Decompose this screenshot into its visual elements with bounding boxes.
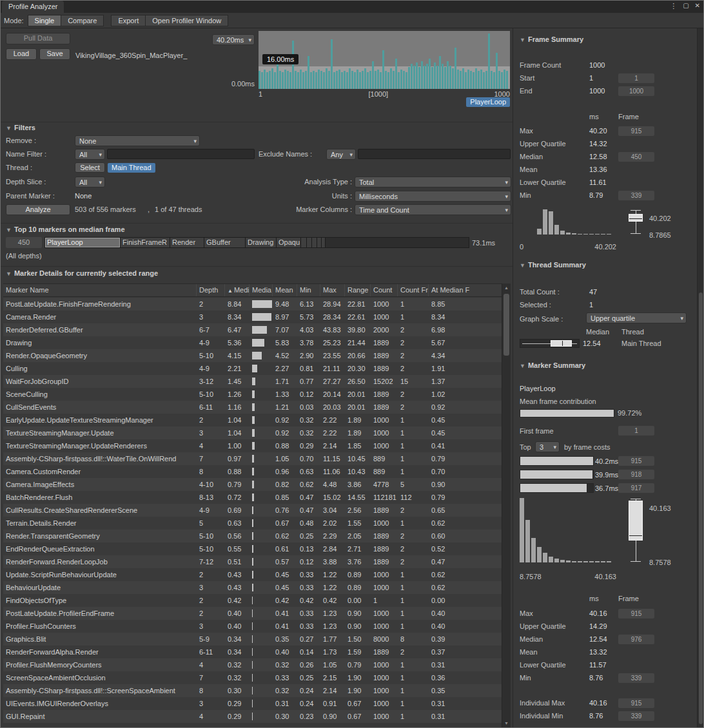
column-header[interactable]: Max: [320, 284, 345, 296]
frame-index-badge[interactable]: 915: [618, 456, 654, 466]
table-row[interactable]: SceneCulling5-101.261.330.1220.1420.0118…: [3, 388, 502, 401]
table-row[interactable]: EarlyUpdate.UpdateTextureStreamingManage…: [3, 414, 502, 426]
table-row[interactable]: Camera.Render38.348.975.7328.3422.611000…: [3, 311, 502, 323]
thread-summary-header[interactable]: ▼Thread Summary: [520, 261, 586, 269]
scrollbar-thumb[interactable]: [504, 294, 509, 356]
exclude-names-input[interactable]: [358, 149, 511, 159]
maximize-icon[interactable]: ▢: [683, 2, 689, 10]
table-row[interactable]: RenderDeferred.GBuffer6-76.477.074.0343.…: [3, 323, 502, 336]
thread-select-button[interactable]: Select: [75, 162, 105, 173]
exclude-mode-dropdown[interactable]: Any ▾: [326, 149, 356, 160]
column-header[interactable]: Marker Name: [3, 284, 197, 296]
column-header[interactable]: Media: [249, 284, 273, 296]
table-row[interactable]: UIEvents.IMGUIRenderOverlays30.290.310.2…: [3, 697, 502, 710]
table-row[interactable]: FindObjectsOfType20.420.420.420.420.0011…: [3, 594, 502, 607]
top10-segment[interactable]: [312, 238, 317, 247]
depth-slice-dropdown[interactable]: All ▾: [75, 177, 105, 187]
tab-profile-analyzer[interactable]: Profile Analyzer: [2, 1, 64, 13]
table-row[interactable]: BehaviourUpdate30.430.450.331.220.891000…: [3, 581, 502, 594]
scrollbar-thumb[interactable]: [699, 292, 703, 724]
column-header[interactable]: Range: [345, 284, 371, 296]
thread-name[interactable]: Main Thread: [621, 338, 661, 349]
column-header[interactable]: Depth: [197, 284, 225, 296]
units-dropdown[interactable]: Milliseconds ▾: [355, 191, 511, 202]
table-row[interactable]: Camera.CustomRender80.880.960.6311.0610.…: [3, 465, 502, 478]
frame-index-badge[interactable]: 917: [618, 483, 654, 493]
column-header[interactable]: At Median F: [429, 284, 502, 296]
column-header[interactable]: Mean: [273, 284, 297, 296]
scroll-down-icon[interactable]: ▼: [502, 721, 511, 726]
table-row[interactable]: Drawing4-95.365.833.7825.2321.44188925.6…: [3, 336, 502, 349]
filters-section-header[interactable]: ▼Filters: [6, 124, 35, 131]
thread-graph-scale-dropdown[interactable]: Upper quartile ▾: [586, 312, 687, 323]
marker-table-scrollbar[interactable]: ▲ ▼: [502, 283, 511, 728]
table-row[interactable]: PostLateUpdate.ProfilerEndFrame20.400.41…: [3, 607, 502, 620]
top10-segment[interactable]: Opaqu: [277, 238, 301, 247]
frame-index-badge[interactable]: 976: [618, 635, 654, 644]
table-row[interactable]: Culling4-92.212.270.8121.1120.30188921.9…: [3, 362, 502, 375]
table-row[interactable]: BatchRenderer.Flush8-130.720.850.4715.02…: [3, 491, 502, 504]
load-button[interactable]: Load: [6, 48, 37, 60]
table-row[interactable]: Render.OpaqueGeometry5-104.154.522.9023.…: [3, 349, 502, 362]
mode-compare-button[interactable]: Compare: [61, 15, 104, 26]
table-row[interactable]: CullResults.CreateSharedRendererScene4-9…: [3, 504, 502, 517]
table-row[interactable]: RenderForwardAlpha.Render6-110.340.400.1…: [3, 646, 502, 658]
selected-marker-chip[interactable]: PlayerLoop: [466, 97, 510, 107]
remove-dropdown[interactable]: None ▾: [75, 135, 200, 146]
table-row[interactable]: EndRenderQueueExtraction5-100.550.610.13…: [3, 542, 502, 555]
top10-segment[interactable]: [322, 238, 326, 247]
pull-data-button[interactable]: Pull Data: [6, 33, 70, 44]
scroll-up-icon[interactable]: ▲: [502, 285, 511, 291]
top10-section-header[interactable]: ▼Top 10 markers on median frame: [6, 225, 125, 233]
table-row[interactable]: ScreenSpaceAmbientOcclusion70.320.330.25…: [3, 671, 502, 684]
frame-index-badge[interactable]: 915: [618, 698, 654, 708]
frame-summary-header[interactable]: ▼Frame Summary: [520, 35, 583, 43]
table-row[interactable]: Profiler.FlushMemoryCounters40.320.320.2…: [3, 658, 502, 671]
table-row[interactable]: PostLateUpdate.FinishFrameRendering28.84…: [3, 298, 502, 311]
median-frame-badge[interactable]: 450: [6, 237, 42, 248]
column-header[interactable]: ▲Media: [225, 284, 249, 296]
top10-segment[interactable]: FinishFrameR: [121, 238, 170, 247]
top10-segment[interactable]: [301, 238, 307, 247]
table-row[interactable]: TextureStreamingManager.Update31.040.920…: [3, 426, 502, 439]
column-header[interactable]: Count Fra: [398, 284, 429, 296]
frame-index-badge[interactable]: 339: [618, 191, 654, 200]
table-row[interactable]: Terrain.Details.Render50.630.670.482.021…: [3, 517, 502, 530]
table-row[interactable]: Profiler.FlushCounters30.400.410.331.230…: [3, 620, 502, 633]
frame-index-badge[interactable]: 339: [618, 673, 654, 683]
frame-index-badge[interactable]: 1: [618, 426, 654, 436]
top10-segment[interactable]: [307, 238, 312, 247]
table-row[interactable]: Render.TransparentGeometry5-100.560.620.…: [3, 530, 502, 542]
table-row[interactable]: Assembly-CSharp-firstpass.dll!::ScreenSp…: [3, 684, 502, 697]
frame-index-badge[interactable]: 918: [618, 470, 654, 479]
frame-index-badge[interactable]: 339: [618, 711, 654, 721]
frame-summary-histogram[interactable]: [520, 209, 616, 235]
top10-segment[interactable]: PlayerLoop: [45, 238, 121, 247]
frame-index-badge[interactable]: 450: [618, 152, 654, 162]
more-menu-icon[interactable]: ⋮: [670, 2, 677, 10]
marker-summary-histogram[interactable]: [520, 498, 616, 562]
table-row[interactable]: CullSendEvents6-111.161.210.0320.0320.01…: [3, 401, 502, 414]
table-row[interactable]: Update.ScriptRunBehaviourUpdate20.430.45…: [3, 568, 502, 581]
save-button[interactable]: Save: [39, 48, 70, 60]
right-panel-scrollbar[interactable]: [697, 28, 704, 728]
name-filter-input[interactable]: [107, 149, 255, 159]
frame-index-badge[interactable]: 915: [618, 126, 654, 136]
table-row[interactable]: TextureStreamingManager.UpdateRenderers4…: [3, 439, 502, 452]
marker-summary-header[interactable]: ▼Marker Summary: [520, 361, 585, 369]
frame-time-graph[interactable]: 16.00ms: [259, 31, 510, 89]
close-icon[interactable]: ✕: [695, 2, 700, 10]
table-row[interactable]: Assembly-CSharp-firstpass.dll!::WaterTil…: [3, 452, 502, 465]
table-row[interactable]: GUI.Repaint40.290.300.230.900.67100010.3…: [3, 710, 502, 723]
graph-scale-dropdown[interactable]: 40.20ms ▾: [212, 34, 255, 45]
analysis-type-dropdown[interactable]: Total ▾: [355, 177, 511, 187]
mode-single-button[interactable]: Single: [28, 15, 62, 26]
table-row[interactable]: Camera.ImageEffects4-100.790.820.624.483…: [3, 478, 502, 491]
top10-segment[interactable]: Drawing: [246, 238, 277, 247]
top10-segment[interactable]: Render: [170, 238, 204, 247]
analyze-button[interactable]: Analyze: [6, 204, 70, 215]
table-row[interactable]: WaitForJobGroupID3-121.451.710.7727.2726…: [3, 375, 502, 388]
table-row[interactable]: Graphics.Blit5-90.340.350.271.771.508000…: [3, 633, 502, 646]
export-button[interactable]: Export: [111, 15, 146, 26]
top-n-dropdown[interactable]: 3 ▾: [535, 441, 560, 452]
